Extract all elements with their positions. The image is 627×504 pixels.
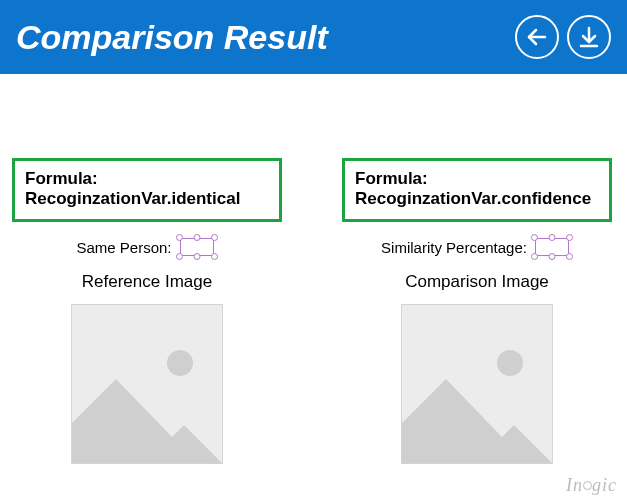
image-placeholder-icon <box>402 305 553 464</box>
header-buttons <box>515 15 611 59</box>
right-column: Formula: RecoginzationVar.confidence Sim… <box>342 158 612 464</box>
formula-value: RecoginzationVar.identical <box>25 189 269 209</box>
comparison-image-label: Comparison Image <box>405 272 549 292</box>
similarity-field[interactable] <box>531 234 573 260</box>
download-icon <box>577 25 601 49</box>
formula-value: RecoginzationVar.confidence <box>355 189 599 209</box>
download-button[interactable] <box>567 15 611 59</box>
comparison-image-placeholder[interactable] <box>401 304 553 464</box>
watermark: Ingic <box>566 475 617 496</box>
svg-point-7 <box>497 350 523 376</box>
main-content: Formula: RecoginzationVar.identical Same… <box>0 74 627 464</box>
arrow-left-icon <box>525 25 549 49</box>
formula-label: Formula: <box>25 169 269 189</box>
reference-image-placeholder[interactable] <box>71 304 223 464</box>
watermark-prefix: In <box>566 475 583 495</box>
formula-box-identical: Formula: RecoginzationVar.identical <box>12 158 282 222</box>
page-title: Comparison Result <box>16 18 328 57</box>
reference-image-label: Reference Image <box>82 272 212 292</box>
similarity-label: Similarity Percentage: <box>381 239 527 256</box>
back-button[interactable] <box>515 15 559 59</box>
left-column: Formula: RecoginzationVar.identical Same… <box>12 158 282 464</box>
same-person-row: Same Person: <box>76 234 217 260</box>
same-person-label: Same Person: <box>76 239 171 256</box>
svg-point-4 <box>167 350 193 376</box>
app-header: Comparison Result <box>0 0 627 74</box>
formula-label: Formula: <box>355 169 599 189</box>
formula-box-confidence: Formula: RecoginzationVar.confidence <box>342 158 612 222</box>
watermark-o-icon <box>583 481 592 490</box>
watermark-suffix: gic <box>592 475 617 495</box>
similarity-row: Similarity Percentage: <box>381 234 573 260</box>
image-placeholder-icon <box>72 305 223 464</box>
same-person-field[interactable] <box>176 234 218 260</box>
